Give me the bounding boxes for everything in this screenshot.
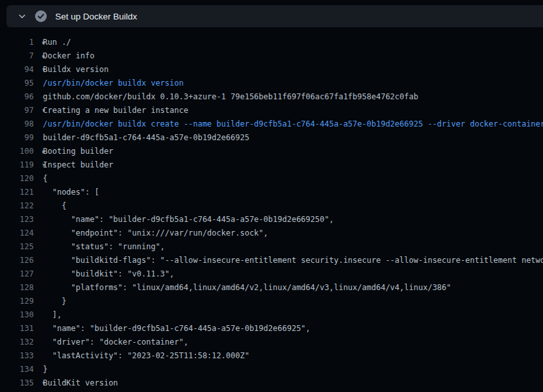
log-line: 98 /usr/bin/docker buildx create --name … [0,117,543,131]
log-line: 127 "buildkit": "v0.11.3", [0,267,543,281]
line-number[interactable]: 131 [0,322,34,336]
group-toggle-triangle-icon[interactable]: ▼ [34,376,43,390]
chevron-down-icon[interactable] [15,9,29,23]
step-title: Set up Docker Buildx [55,12,137,21]
line-number[interactable]: 121 [0,186,34,199]
log-line-text: builder-d9cfb5a1-c764-445a-a57e-0b19d2e6… [43,131,249,145]
log-line-text: { [43,199,66,213]
log-line-text[interactable]: BuildKit version [43,376,118,390]
log-line: 133 "lastActivity": "2023-02-25T11:58:12… [0,349,543,363]
log-line: 120 { [0,172,543,186]
line-number[interactable]: 96 [0,90,34,104]
group-toggle-triangle-icon[interactable]: ▼ [34,63,43,77]
line-number[interactable]: 127 [0,267,34,281]
step-header[interactable]: Set up Docker Buildx [6,5,543,27]
log-line: 121 "nodes": [ [0,186,543,199]
group-toggle-triangle-icon[interactable]: ▶ [34,145,43,158]
log-line: 129 } [0,295,543,308]
line-number[interactable]: 132 [0,336,34,349]
log-line: 135 ▼ BuildKit version [0,376,543,390]
log-line-text: "driver": "docker-container", [43,336,188,349]
log-line-text: "buildkit": "v0.11.3", [43,267,174,281]
line-number[interactable]: 119 [0,158,34,172]
log-line: 94 ▼ Buildx version [0,63,543,77]
log-line-text: /usr/bin/docker buildx create --name bui… [43,117,543,131]
line-number[interactable]: 1 [0,36,34,49]
line-number[interactable]: 134 [0,363,34,376]
group-toggle-triangle-icon[interactable]: ▼ [34,104,43,117]
log-line: 95 /usr/bin/docker buildx version [0,77,543,90]
log-line: 126 "buildkitd-flags": "--allow-insecure… [0,254,543,267]
line-number[interactable]: 123 [0,213,34,227]
log-line-text[interactable]: Inspect builder [43,158,113,172]
log-line: 7 ▶ Docker info [0,49,543,63]
log-line: 97 ▼ Creating a new builder instance [0,104,543,117]
log-line-text: } [43,295,66,308]
log-line: 1 ▶ Run ./ [0,36,543,49]
log-line-text: "name": "builder-d9cfb5a1-c764-445a-a57e… [43,213,334,227]
log-line-text: "platforms": "linux/amd64,linux/amd64/v2… [43,281,451,295]
log-line-text[interactable]: Booting builder [43,145,113,158]
log-line-text: ], [43,308,62,322]
line-number[interactable]: 122 [0,199,34,213]
log-line-text: } [43,363,47,376]
line-number[interactable]: 133 [0,349,34,363]
group-toggle-triangle-icon[interactable]: ▼ [34,158,43,172]
log-line: 134 } [0,363,543,376]
line-number[interactable]: 100 [0,145,34,158]
line-number[interactable]: 135 [0,376,34,390]
log-line: 128 "platforms": "linux/amd64,linux/amd6… [0,281,543,295]
group-toggle-triangle-icon[interactable]: ▶ [34,49,43,63]
line-number[interactable]: 130 [0,308,34,322]
log-line-text[interactable]: Buildx version [43,63,108,77]
log-line-text[interactable]: Docker info [43,49,94,63]
line-number[interactable]: 129 [0,295,34,308]
log-line-text: "lastActivity": "2023-02-25T11:58:12.000… [43,349,249,363]
log-body: 1 ▶ Run ./ 7 ▶ Docker info 94 ▼ Buildx v… [0,27,543,392]
log-line-text: github.com/docker/buildx 0.10.3+azure-1 … [43,90,418,104]
log-line: 99 builder-d9cfb5a1-c764-445a-a57e-0b19d… [0,131,543,145]
log-line: 125 "status": "running", [0,240,543,254]
log-line: 96 github.com/docker/buildx 0.10.3+azure… [0,90,543,104]
log-line: 131 "name": "builder-d9cfb5a1-c764-445a-… [0,322,543,336]
log-line-text[interactable]: Creating a new builder instance [43,104,188,117]
log-line: 122 { [0,199,543,213]
line-number[interactable]: 120 [0,172,34,186]
line-number[interactable]: 95 [0,77,34,90]
log-line-text: "endpoint": "unix:///var/run/docker.sock… [43,227,268,240]
line-number[interactable]: 124 [0,227,34,240]
line-number[interactable]: 94 [0,63,34,77]
log-line: 130 ], [0,308,543,322]
line-number[interactable]: 97 [0,104,34,117]
line-number[interactable]: 125 [0,240,34,254]
line-number[interactable]: 7 [0,49,34,63]
line-number[interactable]: 128 [0,281,34,295]
line-number[interactable]: 99 [0,131,34,145]
log-line-text[interactable]: Run ./ [43,36,71,49]
log-line-text: "buildkitd-flags": "--allow-insecure-ent… [43,254,543,267]
log-line-text: "status": "running", [43,240,165,254]
line-number[interactable]: 126 [0,254,34,267]
log-line: 100 ▶ Booting builder [0,145,543,158]
log-line-text: { [43,172,47,186]
log-line: 132 "driver": "docker-container", [0,336,543,349]
log-line: 119 ▼ Inspect builder [0,158,543,172]
group-toggle-triangle-icon[interactable]: ▶ [34,36,43,49]
log-line-text: /usr/bin/docker buildx version [43,77,184,90]
log-line-text: "nodes": [ [43,186,99,199]
log-line-text: "name": "builder-d9cfb5a1-c764-445a-a57e… [43,322,310,336]
line-number[interactable]: 98 [0,117,34,131]
log-line: 123 "name": "builder-d9cfb5a1-c764-445a-… [0,213,543,227]
log-line: 124 "endpoint": "unix:///var/run/docker.… [0,227,543,240]
check-circle-icon [35,10,47,22]
